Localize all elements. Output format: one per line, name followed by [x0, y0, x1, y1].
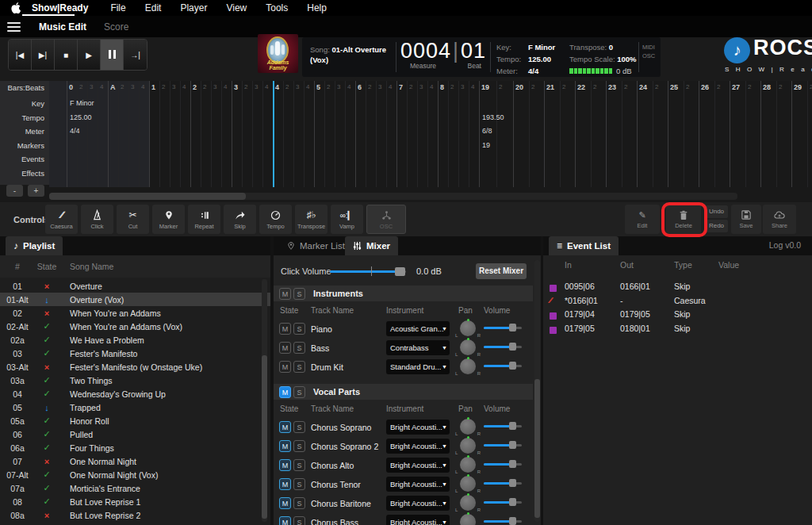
playlist-tab[interactable]: ♪ Playlist [6, 236, 63, 255]
playlist-row[interactable]: 02a✓We Have a Problem [0, 333, 270, 347]
solo-button[interactable]: S [293, 342, 305, 354]
playlist-row[interactable]: 03✓Fester's Manifesto [0, 347, 270, 360]
mute-button[interactable]: M [279, 421, 291, 433]
caesura-button[interactable]: ∕∕Caesura [45, 205, 78, 234]
pan-knob[interactable]: LR [460, 358, 476, 374]
mute-button[interactable]: M [279, 440, 291, 452]
instrument-select[interactable]: Acoustic Gran...▼ [386, 321, 450, 336]
mute-button[interactable]: M [279, 478, 291, 490]
timeline-horizontal-scrollbar[interactable] [49, 193, 737, 200]
playlist-row[interactable]: 02×When You're an Addams [0, 306, 270, 320]
solo-button[interactable]: S [293, 497, 305, 509]
solo-button[interactable]: S [293, 440, 305, 452]
slider-handle[interactable] [509, 362, 516, 370]
marker-list-tab[interactable]: Marker List [279, 236, 353, 255]
click-volume-slider[interactable] [330, 266, 406, 276]
solo-button[interactable]: S [293, 361, 305, 373]
redo-button[interactable]: Redo [705, 220, 728, 232]
solo-button[interactable]: S [293, 421, 305, 433]
vamp-button[interactable]: ∞:▎Vamp [331, 205, 363, 234]
pan-knob[interactable]: LR [460, 476, 476, 492]
slider-handle[interactable] [509, 517, 516, 525]
playlist-row[interactable]: 01×Overture [0, 279, 270, 293]
tempo-button[interactable]: Tempo [259, 205, 292, 234]
volume-slider[interactable] [484, 343, 522, 351]
solo-button[interactable]: S [293, 516, 305, 525]
instrument-select[interactable]: Bright Acousti...▼ [386, 477, 450, 492]
event-row[interactable]: 0179|040179|05Skip [543, 308, 812, 322]
volume-slider[interactable] [484, 460, 522, 468]
playlist-row[interactable]: 08a×But Love Reprise 2 [0, 508, 270, 522]
solo-button[interactable]: S [293, 478, 305, 490]
instrument-select[interactable]: Bright Acousti...▼ [386, 439, 450, 454]
instrument-select[interactable]: Contrabass▼ [386, 340, 450, 355]
mute-button[interactable]: M [279, 516, 291, 525]
repeat-button[interactable]: Repeat [188, 205, 220, 234]
event-row[interactable]: 0179|050180|01Skip [543, 322, 812, 336]
playlist-row[interactable]: 04✓Wednesday's Growing Up [0, 387, 270, 400]
menu-item-view[interactable]: View [216, 2, 256, 13]
instrument-select[interactable]: Bright Acousti...▼ [386, 496, 450, 511]
transport-play-button[interactable]: ▶ [78, 40, 101, 70]
mute-button[interactable]: M [279, 361, 291, 373]
cut-button[interactable]: ✂Cut [117, 205, 149, 234]
playlist-row[interactable]: 05↓Trapped [0, 400, 270, 414]
tab-music-edit[interactable]: Music Edit [30, 21, 95, 33]
pan-knob[interactable]: LR [460, 438, 476, 454]
slider-handle[interactable] [509, 460, 516, 468]
solo-button[interactable]: S [293, 459, 305, 471]
click-button[interactable]: Click [81, 205, 113, 234]
solo-button[interactable]: S [293, 323, 305, 335]
osc-button[interactable]: OSC [366, 205, 406, 234]
volume-slider[interactable] [484, 517, 522, 525]
timeline-zoom-out-button[interactable]: - [6, 185, 23, 197]
menu-item-file[interactable]: File [101, 2, 135, 13]
playlist-row[interactable]: 05a✓Honor Roll [0, 414, 270, 427]
volume-slider[interactable] [484, 422, 522, 430]
playlist-row[interactable]: 03-Alt×Fester's Manifesto (w Onstage Uke… [0, 360, 270, 374]
slider-handle[interactable] [395, 267, 405, 276]
volume-slider[interactable] [484, 498, 522, 506]
playlist-row[interactable]: 01-Alt↓Overture (Vox) [0, 293, 270, 306]
playhead[interactable] [273, 81, 274, 187]
instrument-select[interactable]: Bright Acousti...▼ [386, 458, 450, 473]
apple-menu[interactable] [11, 2, 21, 13]
mute-button[interactable]: M [279, 323, 291, 335]
transport-skip-to-start-button[interactable]: |◀ [9, 40, 32, 70]
playlist-row[interactable]: 07a✓Morticia's Entrance [0, 481, 270, 495]
volume-slider[interactable] [484, 479, 522, 487]
transport-skip-to-next-button[interactable]: ▶| [32, 40, 55, 70]
slider-handle[interactable] [509, 441, 516, 449]
pan-knob[interactable]: LR [460, 419, 476, 435]
volume-slider[interactable] [484, 324, 522, 331]
event-row[interactable]: ∕∕*0166|01-Caesura [543, 294, 812, 308]
pan-knob[interactable]: LR [460, 339, 476, 355]
scrollbar-thumb[interactable] [49, 193, 246, 200]
slider-handle[interactable] [509, 324, 516, 331]
playlist-row[interactable]: 02-Alt✓When You're an Addams (Vox) [0, 320, 270, 333]
instrument-select[interactable]: Bright Acousti...▼ [386, 420, 450, 435]
group-mute-button[interactable]: M [279, 288, 291, 300]
mute-button[interactable]: M [279, 342, 291, 354]
share-button[interactable]: Share [763, 205, 796, 234]
instrument-select[interactable]: Bright Acousti...▼ [386, 515, 450, 525]
menu-app-name[interactable]: Show|Ready [32, 2, 91, 13]
menu-item-tools[interactable]: Tools [256, 2, 297, 13]
mixer-scrollbar[interactable] [534, 260, 540, 522]
menu-item-player[interactable]: Player [170, 2, 216, 13]
pan-knob[interactable]: LR [460, 514, 476, 525]
slider-handle[interactable] [509, 479, 516, 487]
mixer-tab[interactable]: Mixer [345, 236, 398, 255]
save-button[interactable]: Save [731, 205, 761, 234]
mute-button[interactable]: M [279, 497, 291, 509]
group-solo-button[interactable]: S [293, 288, 305, 300]
volume-slider[interactable] [484, 441, 522, 449]
transpose-button[interactable]: ♯♭Transpose [295, 205, 327, 234]
slider-handle[interactable] [509, 343, 516, 351]
group-solo-button[interactable]: S [293, 386, 305, 398]
pan-knob[interactable]: LR [460, 495, 476, 511]
hamburger-menu-icon[interactable] [7, 22, 21, 32]
marker-button[interactable]: Marker [152, 205, 185, 234]
slider-handle[interactable] [509, 422, 516, 430]
event-row[interactable]: 0095|060166|01Skip [543, 280, 812, 294]
